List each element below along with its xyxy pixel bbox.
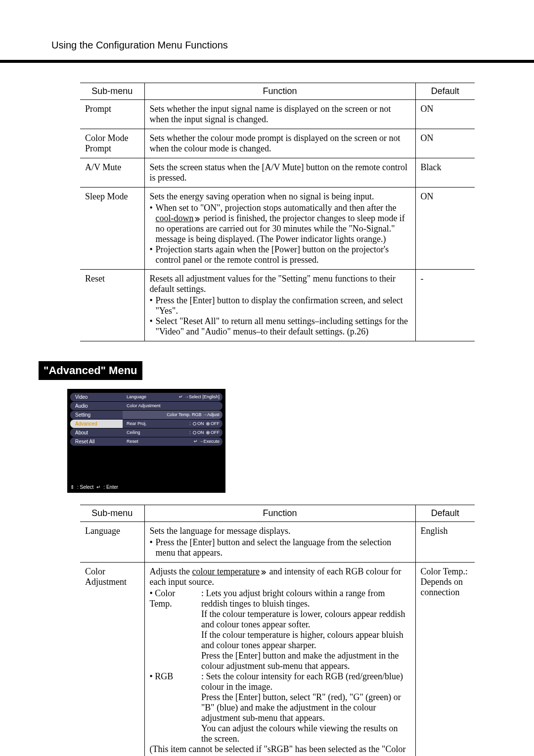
row-note: (This item cannot be selected if "sRGB" … xyxy=(150,744,410,756)
th-default: Default xyxy=(415,83,475,100)
table-row: Color Mode Prompt Sets whether the colou… xyxy=(80,129,475,158)
on-label: ON xyxy=(197,421,204,426)
setting-menu-table: Sub-menu Function Default Prompt Sets wh… xyxy=(80,83,475,341)
menu-tab-resetall: Reset All xyxy=(70,437,123,446)
row-intro: Sets the energy saving operation when no… xyxy=(150,191,410,202)
updown-icon: ⇕ xyxy=(70,484,74,490)
menu-tab-about: About xyxy=(70,428,123,437)
menu-tab-advanced: Advanced xyxy=(70,420,123,428)
glossary-term-colourtemp: colour temperature xyxy=(192,567,260,577)
color-temp-label: • Color Temp. xyxy=(150,588,199,609)
rgb-line: Press the [Enter] button, select "R" (re… xyxy=(201,692,401,723)
menu-row-value: →Execute xyxy=(199,439,220,444)
menu-row-coloradj: Color Adjustment xyxy=(123,402,222,410)
table-row: A/V Mute Sets the screen status when the… xyxy=(80,158,475,188)
th-submenu: Sub-menu xyxy=(80,505,144,522)
off-label: OFF xyxy=(211,430,220,435)
cell-submenu: Sleep Mode xyxy=(80,188,144,270)
cell-submenu: Reset xyxy=(80,270,144,341)
ct-line: : Lets you adjust bright colours within … xyxy=(201,588,385,609)
rgb-line: You can adjust the colours while viewing… xyxy=(201,723,398,744)
cell-default: ON xyxy=(415,188,475,270)
cell-default: ON xyxy=(415,129,475,158)
th-submenu: Sub-menu xyxy=(80,83,144,100)
cell-function: Sets whether the colour mode prompt is d… xyxy=(144,129,415,158)
enter-icon: ↵ xyxy=(96,484,100,490)
ct-line: Press the [Enter] button and make the ad… xyxy=(201,651,399,671)
bullet-text: Press the [Enter] button and select the … xyxy=(156,537,410,558)
menu-tab-setting: Setting xyxy=(70,411,123,419)
menu-row-language: Language ↵ →Select [English] xyxy=(123,393,222,401)
table-row: Language Sets the language for message d… xyxy=(80,522,475,563)
cell-submenu: Color Mode Prompt xyxy=(80,129,144,158)
menu-row-coloradj-sub: Color Temp. RGB →Adjust xyxy=(123,411,222,419)
menu-row-rearproj: Rear Proj. : ON OFF xyxy=(123,420,222,428)
menu-row-value: Color Temp. RGB →Adjust xyxy=(167,412,220,417)
cell-default: English xyxy=(415,522,475,563)
cell-function: Sets the language for message displays. … xyxy=(144,522,415,563)
bullet-text: Select "Reset All" to return all menu se… xyxy=(156,316,410,337)
menu-row-ceiling: Ceiling : ON OFF xyxy=(123,428,222,437)
page-title: Using the Configuration Menu Functions xyxy=(51,40,228,50)
th-default: Default xyxy=(415,505,475,522)
ct-line: If the colour temperature is lower, colo… xyxy=(201,609,405,629)
cell-submenu: Prompt xyxy=(80,100,144,129)
glossary-term-cooldown: cool-down xyxy=(156,213,194,224)
cell-function: Resets all adjustment values for the "Se… xyxy=(144,270,415,341)
cell-function: Sets the energy saving operation when no… xyxy=(144,188,415,270)
footer-select: : Select xyxy=(77,484,93,490)
on-label: ON xyxy=(197,430,204,435)
row-line: Sets the language for message displays. xyxy=(150,526,410,536)
advanced-menu-table: Sub-menu Function Default Language Sets … xyxy=(80,505,475,756)
cell-default: ON xyxy=(415,100,475,129)
rgb-line: : Sets the colour intensity for each RGB… xyxy=(201,671,403,692)
cell-default: Color Temp.: Depends on connection xyxy=(415,563,475,756)
ct-line: If the colour temperature is higher, col… xyxy=(201,630,403,650)
menu-row-label: Language xyxy=(127,393,146,401)
menu-row-label: Ceiling xyxy=(127,428,140,437)
cell-default: - xyxy=(415,270,475,341)
bullet-text: Press the [Enter] button to display the … xyxy=(156,295,410,316)
advanced-menu-heading: "Advanced" Menu xyxy=(39,361,142,380)
bullet-text-a: When set to "ON", projection stops autom… xyxy=(156,203,397,213)
bullet-text: Projection starts again when the [Power]… xyxy=(156,244,410,265)
th-function: Function xyxy=(144,83,415,100)
cell-function: Adjusts the colour temperature and inten… xyxy=(144,563,415,756)
footer-enter: : Enter xyxy=(103,484,118,490)
rgb-label: • RGB xyxy=(150,671,199,682)
glossary-icon xyxy=(261,570,267,575)
menu-row-label: Rear Proj. xyxy=(127,420,147,428)
menu-row-label: Reset xyxy=(127,437,138,446)
table-row: Reset Resets all adjustment values for t… xyxy=(80,270,475,341)
cell-default: Black xyxy=(415,158,475,188)
glossary-icon xyxy=(195,217,201,222)
advanced-menu-screenshot: Video Audio Setting Advanced About Reset… xyxy=(67,389,225,493)
menu-row-reset: Reset ↵ →Execute xyxy=(123,437,222,446)
cell-function: Sets the screen status when the [A/V Mut… xyxy=(144,158,415,188)
menu-row-label: Color Adjustment xyxy=(127,402,161,410)
table-row: Color Adjustment Adjusts the colour temp… xyxy=(80,563,475,756)
cell-submenu: Language xyxy=(80,522,144,563)
menu-row-value: →Select [English] xyxy=(184,394,220,399)
off-label: OFF xyxy=(211,421,220,426)
table-row: Sleep Mode Sets the energy saving operat… xyxy=(80,188,475,270)
intro-a: Adjusts the xyxy=(150,567,192,576)
menu-tab-audio: Audio xyxy=(70,402,123,410)
cell-submenu: Color Adjustment xyxy=(80,563,144,756)
table-row: Prompt Sets whether the input signal nam… xyxy=(80,100,475,129)
menu-tab-video: Video xyxy=(70,393,123,401)
row-intro: Resets all adjustment values for the "Se… xyxy=(150,274,410,294)
cell-function: Sets whether the input signal name is di… xyxy=(144,100,415,129)
cell-submenu: A/V Mute xyxy=(80,158,144,188)
th-function: Function xyxy=(144,505,415,522)
